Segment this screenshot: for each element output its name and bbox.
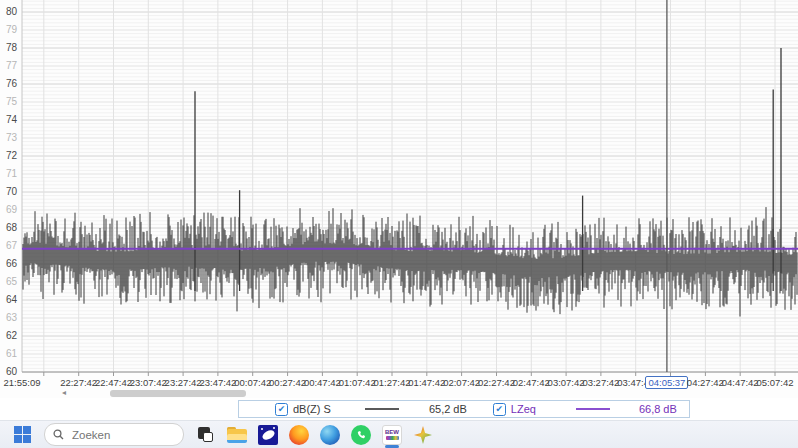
y-tick-label: 62 — [0, 331, 17, 341]
y-tick-label: 66 — [0, 259, 17, 269]
windows-logo-icon — [14, 426, 31, 443]
y-tick-label: 61 — [0, 349, 17, 359]
scrollbar-left-arrow-icon[interactable]: ◂ — [62, 388, 66, 397]
y-tick-label: 77 — [0, 61, 17, 71]
y-tick-label: 68 — [0, 223, 17, 233]
series2-cursor-value: 66,8 dB — [639, 403, 677, 415]
bew-app-icon: BEW — [382, 425, 402, 445]
scrollbar-thumb[interactable] — [110, 390, 246, 397]
x-tick-label: 05:07:42 — [745, 377, 798, 388]
y-tick-label: 64 — [0, 295, 17, 305]
edge-icon — [320, 425, 340, 445]
y-tick-label: 75 — [0, 97, 17, 107]
series2-checkbox[interactable]: ✔ — [493, 403, 506, 416]
series1-checkbox[interactable]: ✔ — [275, 403, 288, 416]
y-tick-label: 74 — [0, 115, 17, 125]
file-explorer-button[interactable] — [225, 422, 249, 448]
whatsapp-button[interactable] — [349, 422, 373, 448]
firefox-icon — [289, 425, 309, 445]
whatsapp-icon — [351, 425, 371, 445]
y-tick-label: 72 — [0, 151, 17, 161]
y-tick-label: 67 — [0, 241, 17, 251]
y-tick-label: 80 — [0, 7, 17, 17]
edge-button[interactable] — [318, 422, 342, 448]
y-tick-label: 70 — [0, 187, 17, 197]
series2-label: LZeq — [511, 403, 536, 415]
series2-line-swatch — [576, 408, 610, 411]
windows-taskbar: BEW — [0, 420, 798, 448]
bew-app-button[interactable]: BEW — [380, 422, 404, 448]
firefox-button[interactable] — [287, 422, 311, 448]
satellite-dish-icon — [258, 425, 278, 445]
horizontal-scrollbar[interactable] — [80, 390, 790, 397]
folder-icon — [227, 427, 247, 443]
chart-plot-area[interactable] — [0, 0, 798, 381]
sparkle-app-button[interactable] — [411, 422, 435, 448]
series1-label: dB(Z) S — [293, 403, 331, 415]
legend-bar: ✔ dB(Z) S 65,2 dB ✔ LZeq 66,8 dB — [238, 400, 690, 418]
taskbar-search[interactable] — [44, 423, 184, 446]
y-tick-label: 60 — [0, 367, 17, 377]
active-app-indicator — [385, 445, 399, 448]
start-button[interactable] — [10, 422, 34, 448]
series1-cursor-value: 65,2 dB — [429, 403, 467, 415]
y-tick-label: 65 — [0, 277, 17, 287]
y-tick-label: 69 — [0, 205, 17, 215]
y-tick-label: 63 — [0, 313, 17, 323]
satellite-app-button[interactable] — [256, 422, 280, 448]
x-tick-label: 21:55:09 — [0, 377, 52, 388]
search-icon — [53, 429, 64, 440]
sparkle-icon — [413, 425, 433, 445]
search-input[interactable] — [70, 428, 154, 442]
y-tick-label: 79 — [0, 25, 17, 35]
level-history-chart[interactable]: 6061626364656667686970717273747576777879… — [0, 0, 798, 398]
y-tick-label: 76 — [0, 79, 17, 89]
y-tick-label: 73 — [0, 133, 17, 143]
y-tick-label: 78 — [0, 43, 17, 53]
series1-line-swatch — [365, 408, 399, 410]
task-view-button[interactable] — [194, 422, 218, 448]
y-tick-label: 71 — [0, 169, 17, 179]
